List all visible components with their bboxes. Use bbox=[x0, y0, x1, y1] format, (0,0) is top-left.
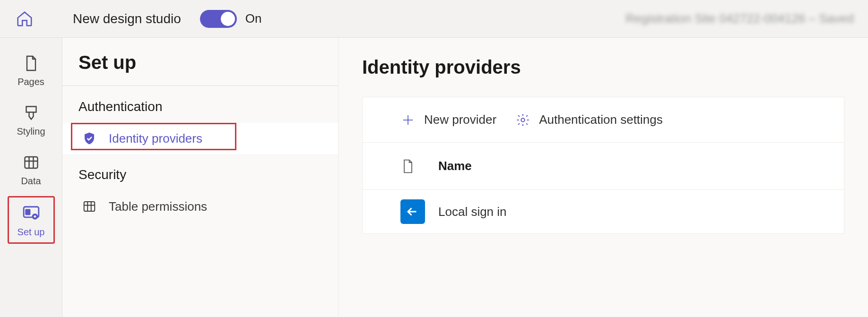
brush-icon bbox=[22, 103, 41, 122]
rail-label: Styling bbox=[17, 126, 45, 137]
page-icon bbox=[22, 54, 41, 73]
content-area: Identity providers New provider Authenti… bbox=[339, 38, 868, 317]
setup-icon bbox=[22, 204, 41, 223]
row-name: Local sign in bbox=[438, 205, 507, 219]
auth-settings-button[interactable]: Authentication settings bbox=[515, 112, 663, 128]
rail-item-pages[interactable]: Pages bbox=[8, 47, 55, 92]
header-type-icon bbox=[400, 159, 438, 174]
setup-side-panel: Set up Authentication Identity providers… bbox=[62, 38, 339, 317]
rail-item-data[interactable]: Data bbox=[8, 146, 55, 191]
plus-icon bbox=[400, 112, 416, 128]
providers-card: New provider Authentication settings Nam… bbox=[362, 97, 844, 234]
home-icon[interactable] bbox=[14, 9, 35, 29]
saved-status: Registration Site 042722-004126 – Saved bbox=[625, 11, 854, 26]
side-item-table-permissions[interactable]: Table permissions bbox=[62, 191, 338, 222]
side-item-label: Table permissions bbox=[109, 199, 207, 214]
new-provider-button[interactable]: New provider bbox=[400, 112, 496, 128]
local-signin-icon bbox=[400, 199, 425, 224]
header-name[interactable]: Name bbox=[438, 159, 472, 173]
side-item-identity-providers[interactable]: Identity providers bbox=[62, 123, 338, 154]
command-bar: New provider Authentication settings bbox=[363, 97, 844, 143]
svg-rect-5 bbox=[84, 202, 95, 211]
left-rail: Pages Styling Data Set up bbox=[0, 38, 62, 317]
rail-item-setup[interactable]: Set up bbox=[8, 196, 55, 244]
table-icon bbox=[81, 199, 97, 214]
topbar: New design studio On Registration Site 0… bbox=[0, 0, 868, 38]
design-studio-toggle[interactable] bbox=[200, 10, 237, 28]
page-title: Identity providers bbox=[362, 57, 844, 78]
rail-label: Pages bbox=[17, 77, 44, 87]
design-studio-label: New design studio bbox=[73, 11, 181, 26]
table-header: Name bbox=[363, 143, 844, 190]
table-row[interactable]: Local sign in bbox=[363, 190, 844, 233]
sidepanel-title: Set up bbox=[62, 52, 338, 86]
svg-point-6 bbox=[521, 118, 525, 122]
rail-label: Data bbox=[21, 176, 41, 187]
rail-label: Set up bbox=[17, 227, 45, 238]
table-icon bbox=[22, 153, 41, 172]
gear-icon bbox=[515, 112, 530, 128]
toggle-state-label: On bbox=[245, 11, 262, 26]
rail-item-styling[interactable]: Styling bbox=[8, 97, 55, 142]
section-security: Security bbox=[62, 154, 338, 191]
shield-check-icon bbox=[81, 131, 97, 146]
section-authentication: Authentication bbox=[62, 86, 338, 123]
svg-rect-2 bbox=[25, 209, 30, 215]
side-item-label: Identity providers bbox=[109, 131, 202, 146]
svg-point-4 bbox=[34, 215, 36, 218]
svg-rect-0 bbox=[25, 157, 37, 168]
cmd-label: Authentication settings bbox=[539, 112, 663, 127]
cmd-label: New provider bbox=[424, 112, 496, 127]
